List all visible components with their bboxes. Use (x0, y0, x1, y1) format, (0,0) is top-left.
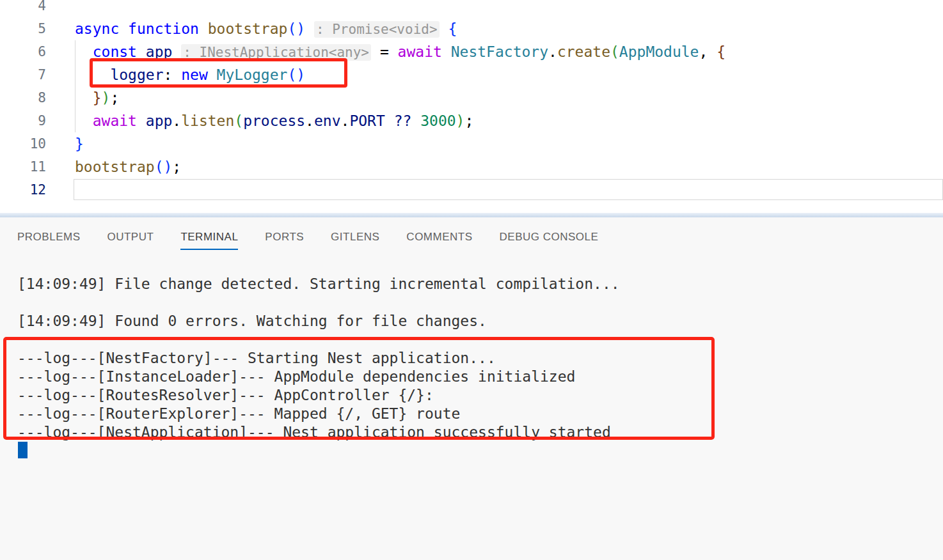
tab-label: TERMINAL (180, 231, 238, 243)
tab-terminal[interactable]: TERMINAL (180, 231, 238, 250)
annotation-box-terminal (3, 337, 715, 440)
tab-label: DEBUG CONSOLE (500, 231, 599, 243)
line-number[interactable]: 11 (0, 159, 46, 175)
tab-output[interactable]: OUTPUT (107, 231, 154, 250)
tab-label: GITLENS (331, 231, 379, 243)
tab-gitlens[interactable]: GITLENS (331, 231, 379, 250)
code-text: }); (75, 89, 119, 106)
annotation-box-code (90, 58, 347, 88)
tab-label: PROBLEMS (17, 231, 80, 243)
terminal-line: [14:09:49] File change detected. Startin… (17, 275, 943, 293)
terminal-line: [14:09:49] Found 0 errors. Watching for … (17, 312, 943, 331)
line-number[interactable]: 4 (0, 0, 46, 13)
line-number[interactable]: 8 (0, 90, 46, 105)
line-number[interactable]: 12 (0, 182, 46, 198)
code-line[interactable]: 5async function bootstrap() : Promise<vo… (0, 17, 943, 40)
tab-debug-console[interactable]: DEBUG CONSOLE (500, 231, 599, 250)
code-editor[interactable]: 45async function bootstrap() : Promise<v… (0, 0, 943, 213)
code-text: } (75, 136, 84, 152)
tab-ports[interactable]: PORTS (265, 231, 304, 250)
tab-label: COMMENTS (406, 231, 472, 243)
inlay-hint: : Promise<void> (314, 21, 440, 38)
tab-label: PORTS (265, 231, 304, 243)
terminal-line (17, 293, 943, 312)
code-text: bootstrap(); (75, 159, 181, 175)
code-line[interactable]: 9 await app.listen(process.env.PORT ?? 3… (0, 109, 943, 132)
code-line[interactable]: 4 (0, 0, 943, 17)
code-text: await app.listen(process.env.PORT ?? 300… (75, 113, 473, 129)
tab-label: OUTPUT (107, 231, 154, 243)
line-number[interactable]: 7 (0, 67, 46, 82)
code-line[interactable]: 11bootstrap(); (0, 155, 943, 178)
panel-tabs: PROBLEMSOUTPUTTERMINALPORTSGITLENSCOMMEN… (17, 231, 598, 250)
code-line[interactable]: 8 }); (0, 86, 943, 109)
line-number[interactable]: 6 (0, 44, 46, 59)
code-line[interactable]: 12 (0, 178, 943, 201)
tab-problems[interactable]: PROBLEMS (17, 231, 80, 250)
tab-comments[interactable]: COMMENTS (406, 231, 472, 250)
line-number[interactable]: 9 (0, 113, 46, 128)
code-lines: 45async function bootstrap() : Promise<v… (0, 0, 943, 201)
terminal-cursor (18, 442, 28, 458)
line-number[interactable]: 10 (0, 136, 46, 152)
code-text: async function bootstrap() : Promise<voi… (75, 20, 457, 37)
bottom-panel: PROBLEMSOUTPUTTERMINALPORTSGITLENSCOMMEN… (0, 217, 943, 560)
vscode-window: 45async function bootstrap() : Promise<v… (0, 0, 943, 560)
panel-resize-sash[interactable] (0, 213, 943, 217)
line-number[interactable]: 5 (0, 21, 46, 36)
code-line[interactable]: 10} (0, 132, 943, 155)
